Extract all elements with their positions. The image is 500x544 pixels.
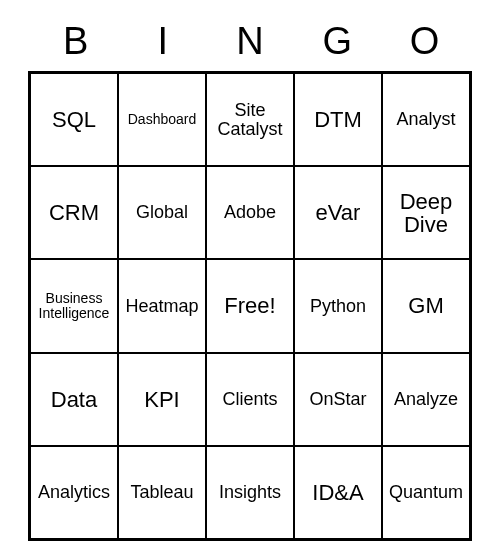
bingo-cell[interactable]: OnStar xyxy=(294,353,382,446)
bingo-cell[interactable]: Tableau xyxy=(118,446,206,539)
bingo-cell[interactable]: Dashboard xyxy=(118,73,206,166)
header-letter-i: I xyxy=(119,20,206,63)
bingo-cell[interactable]: Deep Dive xyxy=(382,166,470,259)
bingo-cell[interactable]: Python xyxy=(294,259,382,352)
bingo-cell[interactable]: Analytics xyxy=(30,446,118,539)
bingo-grid: SQL Dashboard Site Catalyst DTM Analyst … xyxy=(28,71,472,541)
bingo-cell[interactable]: Adobe xyxy=(206,166,294,259)
bingo-cell[interactable]: eVar xyxy=(294,166,382,259)
bingo-cell[interactable]: SQL xyxy=(30,73,118,166)
header-letter-b: B xyxy=(32,20,119,63)
bingo-cell[interactable]: Clients xyxy=(206,353,294,446)
bingo-cell[interactable]: DTM xyxy=(294,73,382,166)
bingo-cell[interactable]: Heatmap xyxy=(118,259,206,352)
bingo-cell[interactable]: GM xyxy=(382,259,470,352)
bingo-cell[interactable]: KPI xyxy=(118,353,206,446)
header-letter-g: G xyxy=(294,20,381,63)
header-letter-n: N xyxy=(206,20,293,63)
bingo-cell-free[interactable]: Free! xyxy=(206,259,294,352)
bingo-cell[interactable]: CRM xyxy=(30,166,118,259)
bingo-cell[interactable]: Data xyxy=(30,353,118,446)
bingo-cell[interactable]: Quantum xyxy=(382,446,470,539)
header-letter-o: O xyxy=(381,20,468,63)
bingo-cell[interactable]: Business Intelligence xyxy=(30,259,118,352)
bingo-cell[interactable]: Analyze xyxy=(382,353,470,446)
bingo-header: B I N G O xyxy=(28,20,472,63)
bingo-cell[interactable]: Global xyxy=(118,166,206,259)
bingo-cell[interactable]: Insights xyxy=(206,446,294,539)
bingo-cell[interactable]: Site Catalyst xyxy=(206,73,294,166)
bingo-cell[interactable]: Analyst xyxy=(382,73,470,166)
bingo-cell[interactable]: ID&A xyxy=(294,446,382,539)
